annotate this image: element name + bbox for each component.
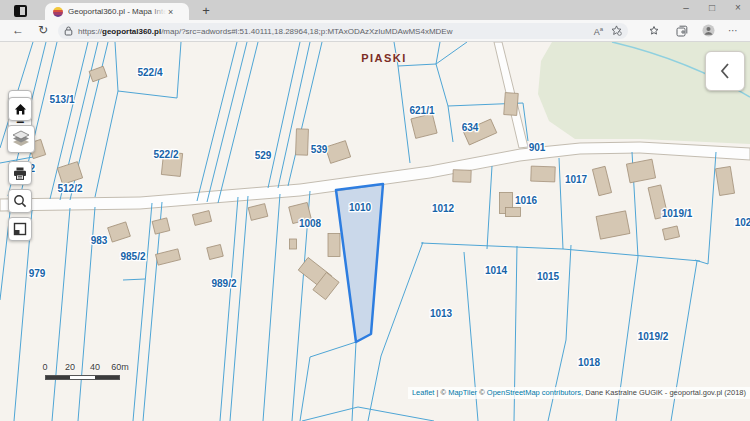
- parcel-label: 102: [735, 217, 750, 228]
- building: [325, 141, 350, 164]
- browser-titlebar: Geoportal360.pl - Mapa Interakty × + – □…: [0, 0, 750, 20]
- osm-link[interactable]: OpenStreetMap contributors,: [487, 388, 583, 397]
- building: [592, 166, 611, 195]
- parcel-boundary-line: [300, 357, 310, 421]
- lock-icon: [64, 26, 73, 36]
- read-aloud-icon[interactable]: Aa: [594, 26, 603, 37]
- parcel-label: 513/1: [49, 94, 74, 105]
- home-button[interactable]: [8, 97, 32, 121]
- building: [192, 211, 211, 226]
- layers-button[interactable]: [7, 125, 35, 153]
- parcel-boundary-line: [115, 42, 118, 91]
- building: [156, 249, 181, 265]
- print-icon: [13, 167, 27, 180]
- parcel-boundary-line: [230, 196, 248, 421]
- chevron-left-icon: [718, 62, 732, 80]
- profile-avatar[interactable]: [702, 24, 715, 39]
- home-icon: [14, 103, 27, 116]
- building: [57, 162, 82, 185]
- parcel-boundary-line: [95, 91, 118, 197]
- building: [662, 226, 679, 240]
- parcel-label: 529: [255, 150, 272, 161]
- parcel-label: 634: [462, 122, 479, 133]
- window-close-button[interactable]: ×: [732, 2, 744, 13]
- leaflet-link[interactable]: Leaflet: [412, 388, 435, 397]
- parcel-boundary-line: [487, 166, 492, 249]
- parcel-boundary-line: [177, 42, 181, 98]
- parcel-boundary-line: [268, 42, 300, 188]
- parcel-boundary-line: [381, 242, 423, 356]
- parcel-boundary-line: [207, 42, 247, 202]
- settings-more-icon[interactable]: ⋯: [728, 25, 738, 36]
- building: [152, 218, 170, 234]
- parcel-label: 1012: [432, 203, 455, 214]
- building: [290, 239, 297, 249]
- collections-icon[interactable]: [648, 25, 660, 39]
- parcel-label: 1008: [299, 218, 322, 229]
- parcel-boundary-line: [421, 243, 563, 249]
- parcel-boundary-line: [302, 407, 358, 421]
- parcel-boundary-line: [448, 106, 453, 142]
- parcel-label: 1014: [485, 265, 508, 276]
- parcel-boundary-line: [123, 279, 145, 280]
- tab-actions-menu-icon[interactable]: [14, 5, 27, 17]
- parcel-boundary-line: [263, 194, 280, 421]
- new-tab-button[interactable]: +: [198, 3, 214, 19]
- building: [108, 222, 131, 242]
- parcel-label: 539: [311, 144, 328, 155]
- building: [596, 211, 630, 239]
- parcel-label: 1015: [537, 271, 560, 282]
- search-icon: [13, 194, 27, 208]
- parcel-boundary-line: [436, 42, 440, 64]
- parcel-boundary-line: [197, 42, 237, 201]
- parcel-label: 621/1: [409, 105, 434, 116]
- place-name-label: PIASKI: [361, 52, 407, 64]
- parcel-label: 985/2: [120, 251, 145, 262]
- parcel-label: 512/2: [57, 183, 82, 194]
- parcel-label: 1016: [515, 195, 538, 206]
- parcel-boundary-line: [118, 91, 177, 98]
- building: [248, 204, 268, 221]
- print-button[interactable]: [8, 161, 32, 185]
- maptiler-link[interactable]: MapTiler: [448, 388, 477, 397]
- building: [328, 234, 340, 257]
- parcel-boundary-line: [398, 64, 436, 66]
- browser-tab[interactable]: Geoportal360.pl - Mapa Interakty ×: [45, 3, 189, 20]
- parcel-label: 1019/1: [662, 208, 693, 219]
- parcel-boundary-line: [708, 152, 716, 264]
- address-bar[interactable]: https://geoportal360.pl/map/?src=adwords…: [58, 23, 628, 39]
- favorites-star-icon[interactable]: [611, 25, 622, 38]
- parcel-boundary-line: [133, 203, 152, 421]
- parcel-boundary-line: [563, 249, 700, 261]
- url-text[interactable]: https://geoportal360.pl/map/?src=adwords…: [78, 27, 586, 36]
- building: [715, 166, 734, 195]
- parcel-label: 1019/2: [638, 331, 669, 342]
- tab-close-icon[interactable]: ×: [168, 7, 173, 17]
- map-extent-button[interactable]: [8, 217, 32, 241]
- parcel-boundary-line: [14, 210, 32, 421]
- parcel-label: 989/2: [211, 278, 236, 289]
- panel-back-button[interactable]: [705, 51, 745, 91]
- parcel-boundary-line: [436, 64, 448, 106]
- map-extent-icon: [13, 222, 27, 236]
- building: [506, 208, 521, 217]
- building: [207, 244, 223, 259]
- browser-tabs-icon[interactable]: [676, 25, 688, 39]
- tab-title: Geoportal360.pl - Mapa Interakty: [68, 6, 166, 18]
- browser-navbar: ← ↻ https://geoportal360.pl/map/?src=adw…: [0, 20, 750, 42]
- parcel-boundary-line: [220, 197, 238, 421]
- parcel-boundary-line: [310, 342, 356, 357]
- window-maximize-button[interactable]: □: [706, 2, 718, 13]
- site-favicon-icon: [53, 7, 63, 17]
- building: [504, 93, 519, 116]
- refresh-button[interactable]: ↻: [38, 23, 48, 37]
- map-canvas[interactable]: 9/2513/1522/4512/2522/2529539621/1634901…: [0, 42, 750, 421]
- back-button[interactable]: ←: [12, 23, 24, 37]
- search-button[interactable]: [8, 189, 32, 213]
- parcel-boundary-line: [218, 42, 258, 203]
- parcel-label: 1017: [565, 174, 588, 185]
- window-minimize-button[interactable]: –: [680, 2, 692, 13]
- parcel-label: 1010: [349, 202, 372, 213]
- parcel-label: 522/4: [137, 67, 162, 78]
- parcel-label: 979: [29, 268, 46, 279]
